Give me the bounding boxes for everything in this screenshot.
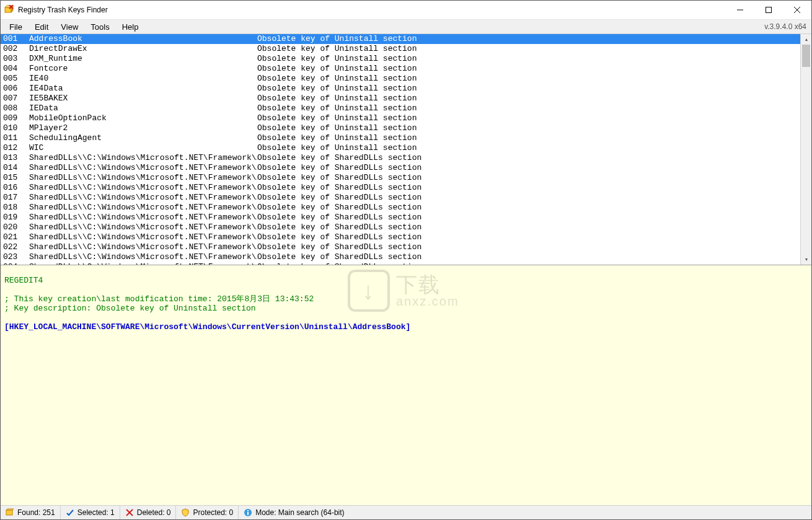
list-row[interactable]: 006IE4DataObsolete key of Uninstall sect…: [1, 84, 800, 94]
row-description: Obsolete key of SharedDLLs section: [257, 242, 800, 252]
row-index: 019: [3, 213, 29, 223]
list-row[interactable]: 012WICObsolete key of Uninstall section: [1, 143, 800, 153]
detail-comment-desc: ; Key description: Obsolete key of Unins…: [4, 304, 256, 313]
details-panel: REGEDIT4 ; This key creation\last modifi…: [1, 265, 811, 505]
row-description: Obsolete key of SharedDLLs section: [257, 262, 800, 265]
list-row[interactable]: 007IE5BAKEXObsolete key of Uninstall sec…: [1, 94, 800, 104]
list-row[interactable]: 009MobileOptionPackObsolete key of Unins…: [1, 113, 800, 123]
row-name: SharedDLLs\\C:\Windows\Microsoft.NET\Fra…: [29, 163, 257, 173]
list-row[interactable]: 004FontcoreObsolete key of Uninstall sec…: [1, 64, 800, 74]
list-row[interactable]: 013SharedDLLs\\C:\Windows\Microsoft.NET\…: [1, 153, 800, 163]
maximize-button[interactable]: [754, 1, 783, 19]
statusbar: Found: 251 Selected: 1 Deleted: 0 Protec…: [1, 505, 811, 519]
row-description: Obsolete key of Uninstall section: [257, 54, 800, 64]
row-description: Obsolete key of Uninstall section: [257, 64, 800, 74]
row-name: SharedDLLs\\C:\Windows\Microsoft.NET\Fra…: [29, 183, 257, 193]
row-index: 009: [3, 113, 29, 123]
svg-rect-7: [6, 510, 12, 515]
list-row[interactable]: 017SharedDLLs\\C:\Windows\Microsoft.NET\…: [1, 193, 800, 203]
list-row[interactable]: 001AddressBookObsolete key of Uninstall …: [1, 34, 800, 44]
list-row[interactable]: 003DXM_RuntimeObsolete key of Uninstall …: [1, 54, 800, 64]
menu-edit[interactable]: Edit: [29, 21, 55, 33]
row-index: 001: [3, 34, 29, 44]
shield-icon: [181, 508, 190, 517]
close-button[interactable]: [783, 1, 811, 19]
row-description: Obsolete key of Uninstall section: [257, 104, 800, 113]
scroll-thumb[interactable]: [802, 45, 810, 67]
list-row[interactable]: 018SharedDLLs\\C:\Windows\Microsoft.NET\…: [1, 203, 800, 213]
svg-rect-12: [247, 510, 249, 511]
row-index: 006: [3, 84, 29, 94]
row-description: Obsolete key of Uninstall section: [257, 74, 800, 84]
row-name: AddressBook: [29, 34, 257, 44]
status-mode: Mode: Main search (64-bit): [239, 506, 349, 519]
row-index: 013: [3, 153, 29, 163]
row-description: Obsolete key of Uninstall section: [257, 84, 800, 94]
row-name: IE4Data: [29, 84, 257, 94]
scroll-down-button[interactable]: ▾: [801, 254, 811, 265]
row-index: 014: [3, 163, 29, 173]
menubar: File Edit View Tools Help v.3.9.4.0 x64: [1, 20, 811, 34]
row-index: 023: [3, 252, 29, 262]
row-name: SharedDLLs\\C:\Windows\Microsoft.NET\Fra…: [29, 223, 257, 232]
version-label: v.3.9.4.0 x64: [764, 22, 811, 31]
list-row[interactable]: 005IE40Obsolete key of Uninstall section: [1, 74, 800, 84]
list-row[interactable]: 019SharedDLLs\\C:\Windows\Microsoft.NET\…: [1, 213, 800, 223]
list-row[interactable]: 020SharedDLLs\\C:\Windows\Microsoft.NET\…: [1, 223, 800, 232]
row-name: SharedDLLs\\C:\Windows\Microsoft.NET\Fra…: [29, 262, 257, 265]
row-description: Obsolete key of Uninstall section: [257, 143, 800, 153]
detail-key-path: [HKEY_LOCAL_MACHINE\SOFTWARE\Microsoft\W…: [4, 322, 410, 332]
scroll-track[interactable]: [801, 45, 811, 254]
list-row[interactable]: 015SharedDLLs\\C:\Windows\Microsoft.NET\…: [1, 173, 800, 183]
list-row[interactable]: 014SharedDLLs\\C:\Windows\Microsoft.NET\…: [1, 163, 800, 173]
status-selected: Selected: 1: [61, 506, 120, 519]
svg-rect-11: [247, 512, 249, 515]
row-name: IE5BAKEX: [29, 94, 257, 104]
row-index: 010: [3, 123, 29, 133]
row-name: SharedDLLs\\C:\Windows\Microsoft.NET\Fra…: [29, 173, 257, 183]
status-found: Found: 251: [1, 506, 61, 519]
detail-header: REGEDIT4: [4, 276, 43, 285]
row-description: Obsolete key of Uninstall section: [257, 44, 800, 54]
row-index: 012: [3, 143, 29, 153]
row-index: 003: [3, 54, 29, 64]
menu-view[interactable]: View: [55, 21, 84, 33]
row-index: 017: [3, 193, 29, 203]
row-index: 004: [3, 64, 29, 74]
list-row[interactable]: 008IEDataObsolete key of Uninstall secti…: [1, 104, 800, 113]
row-name: SchedulingAgent: [29, 133, 257, 143]
status-found-label: Found: 251: [17, 508, 55, 517]
menu-tools[interactable]: Tools: [84, 21, 115, 33]
row-description: Obsolete key of Uninstall section: [257, 133, 800, 143]
row-index: 008: [3, 104, 29, 113]
list-row[interactable]: 011SchedulingAgentObsolete key of Uninst…: [1, 133, 800, 143]
status-mode-label: Mode: Main search (64-bit): [255, 508, 344, 517]
titlebar: Registry Trash Keys Finder: [1, 1, 811, 20]
row-name: SharedDLLs\\C:\Windows\Microsoft.NET\Fra…: [29, 252, 257, 262]
results-list[interactable]: 001AddressBookObsolete key of Uninstall …: [1, 34, 800, 265]
list-row[interactable]: 010MPlayer2Obsolete key of Uninstall sec…: [1, 123, 800, 133]
vertical-scrollbar[interactable]: ▴ ▾: [800, 34, 811, 265]
list-row[interactable]: 023SharedDLLs\\C:\Windows\Microsoft.NET\…: [1, 252, 800, 262]
status-protected: Protected: 0: [176, 506, 239, 519]
scroll-up-button[interactable]: ▴: [801, 34, 811, 45]
minimize-button[interactable]: [726, 1, 754, 19]
list-row[interactable]: 024SharedDLLs\\C:\Windows\Microsoft.NET\…: [1, 262, 800, 265]
row-index: 022: [3, 242, 29, 252]
menu-file[interactable]: File: [3, 21, 29, 33]
svg-rect-4: [766, 7, 772, 13]
row-index: 021: [3, 232, 29, 242]
list-row[interactable]: 021SharedDLLs\\C:\Windows\Microsoft.NET\…: [1, 232, 800, 242]
info-icon: [244, 508, 252, 517]
menu-help[interactable]: Help: [116, 21, 145, 33]
window-controls: [726, 1, 811, 19]
application-window: Registry Trash Keys Finder File Edit Vie…: [0, 0, 812, 520]
list-row[interactable]: 022SharedDLLs\\C:\Windows\Microsoft.NET\…: [1, 242, 800, 252]
row-name: IE40: [29, 74, 257, 84]
row-name: MobileOptionPack: [29, 113, 257, 123]
row-description: Obsolete key of SharedDLLs section: [257, 252, 800, 262]
row-description: Obsolete key of Uninstall section: [257, 123, 800, 133]
list-row[interactable]: 002DirectDrawExObsolete key of Uninstall…: [1, 44, 800, 54]
list-row[interactable]: 016SharedDLLs\\C:\Windows\Microsoft.NET\…: [1, 183, 800, 193]
status-deleted: Deleted: 0: [120, 506, 177, 519]
